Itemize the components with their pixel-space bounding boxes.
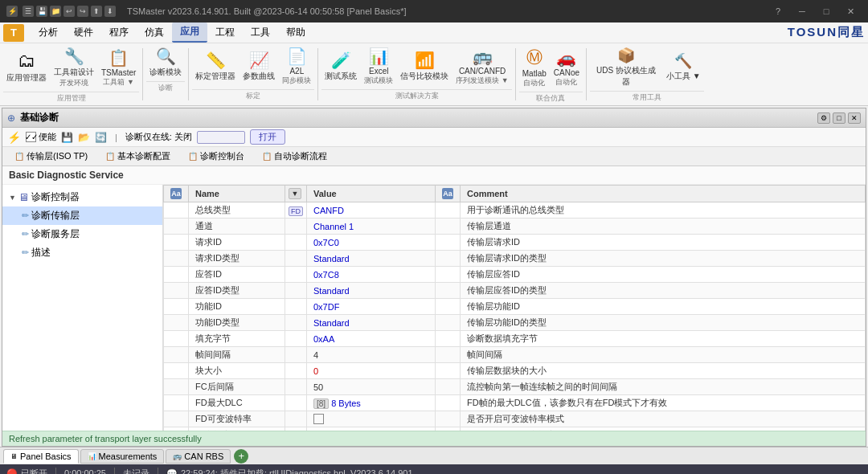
group-label-common: 常用工具	[590, 91, 704, 103]
row-value-cell: Channel 1	[307, 219, 436, 235]
ctrl-icon: 🖥	[18, 191, 29, 203]
menu-tools[interactable]: 工具	[243, 23, 278, 42]
row-value-cell: Standard	[307, 283, 436, 299]
toolbar-icon-7[interactable]: ⬇	[104, 6, 116, 17]
restore-button[interactable]: □	[815, 0, 837, 22]
enable-checkbox[interactable]: ✓ 便能	[26, 131, 56, 143]
btn-diag-module[interactable]: 🔍 诊断模块	[146, 45, 185, 80]
open-button[interactable]: 打开	[250, 129, 285, 145]
diag-restore-btn[interactable]: □	[833, 112, 845, 124]
row-icon-cell	[164, 331, 189, 347]
row-filter-cell	[285, 235, 307, 251]
row-comment-cell: 传输层应答ID的类型	[461, 283, 866, 299]
tab-console[interactable]: 📋 诊断控制台	[179, 147, 253, 165]
btn-tsmaster-toolbox[interactable]: 📋 TSMaster 工具箱 ▼	[98, 47, 139, 89]
diag-title-icon: ⊕	[7, 112, 15, 124]
menu-analyze[interactable]: 分析	[31, 23, 66, 42]
refresh-icon[interactable]: 🔄	[95, 132, 107, 143]
row-filter-cell	[285, 283, 307, 299]
tab-transport-layer[interactable]: 📋 传输层(ISO TP)	[6, 147, 96, 165]
btn-app-manager[interactable]: 🗂 应用管理器	[3, 50, 50, 84]
btn-can-canfd[interactable]: 🚌 CAN/CANFD 序列发送模块 ▼	[452, 45, 511, 88]
btn-canoe[interactable]: 🚗 CANoe 自动化	[551, 47, 583, 89]
tab-measurements[interactable]: 📊 Measurements	[80, 449, 165, 464]
pen-icon-2: ✏	[22, 229, 29, 239]
footer: 🔴 已断开 0:00:00:25 未记录 💬 22:59:24: 插件已加载: …	[0, 464, 868, 474]
toolbar-icon-2[interactable]: 💾	[36, 6, 47, 17]
tab-auto-flow[interactable]: 📋 自动诊断流程	[253, 147, 336, 165]
toolbar-icon-1[interactable]: ☰	[23, 6, 34, 17]
add-tab-button[interactable]: +	[234, 449, 248, 464]
row-name-cell: 功能ID类型	[189, 315, 285, 331]
menu-apply[interactable]: 应用	[172, 22, 207, 43]
row-comment-icon-cell	[436, 202, 461, 219]
menu-hardware[interactable]: 硬件	[66, 23, 101, 42]
btn-excel-test[interactable]: 📊 Excel 测试模块	[361, 45, 396, 88]
uds-icon: 📦	[617, 47, 635, 64]
toolbar-icon-3[interactable]: 📁	[50, 6, 61, 17]
row-comment-cell: 诊断数据填充字节	[461, 331, 866, 347]
btn-param-curve[interactable]: 📈 参数曲线	[240, 49, 278, 84]
tree-item-controller[interactable]: ▼ 🖥 诊断控制器	[2, 188, 162, 206]
menu-project[interactable]: 工程	[207, 23, 243, 42]
diag-close-btn[interactable]: ✕	[848, 112, 861, 124]
titlebar-left: ⚡ ☰ 💾 📁 ↩ ↪ ⬆ ⬇ TSMaster v2023.6.14.901.…	[6, 6, 407, 17]
minimize-button[interactable]: ─	[791, 0, 813, 22]
btn-uds-generator[interactable]: 📦 UDS 协议栈生成器	[590, 45, 662, 89]
tab-panel-basics[interactable]: 🖥 Panel Basics	[3, 449, 79, 464]
row-icon-cell	[164, 299, 189, 315]
row-comment-cell: 用于诊断通讯的总线类型	[461, 202, 866, 219]
toolbar-icon-6[interactable]: ⬆	[91, 6, 102, 17]
row-comment-icon-cell	[436, 283, 461, 299]
row-value-cell: 50	[307, 379, 436, 395]
row-filter-cell	[285, 219, 307, 235]
row-filter-cell	[285, 395, 307, 411]
btn-matlab[interactable]: Ⓜ Matlab 自动化	[519, 45, 550, 90]
menu-simulate[interactable]: 仿真	[137, 23, 172, 42]
row-name-cell: FD可变波特率	[189, 411, 285, 427]
tree-item-description[interactable]: ✏ 描述	[2, 243, 162, 262]
statusbar: Refresh parameter of transport layer suc…	[2, 431, 866, 446]
filter-icon[interactable]: ▼	[289, 188, 301, 199]
group-label-app: 应用管理	[3, 92, 139, 104]
toolbar-icon-5[interactable]: ↪	[77, 6, 88, 17]
save-icon[interactable]: 💾	[61, 132, 73, 143]
table-row: FD可变波特率是否开启可变波特率模式	[164, 411, 866, 427]
diag-settings-btn[interactable]: ⚙	[817, 112, 830, 124]
toolbar-icon-4[interactable]: ↩	[63, 6, 75, 17]
tab-basic-config[interactable]: 📋 基本诊断配置	[96, 147, 179, 165]
tab-label-2: 基本诊断配置	[117, 150, 170, 162]
row-comment-icon-cell	[436, 363, 461, 379]
th-filter[interactable]: ▼	[285, 186, 307, 202]
cb-enable[interactable]: ✓	[26, 132, 36, 142]
status-icon: 🔴	[6, 468, 18, 475]
help-button[interactable]: ?	[767, 0, 789, 22]
footer-time: 0:00:00:25	[64, 468, 106, 474]
tree-item-transport[interactable]: ✏ 诊断传输层	[2, 206, 162, 225]
group-app-management: 🗂 应用管理器 🔧 工具箱设计 开发环境 📋 TSMaster 工具箱 ▼ 应用…	[3, 45, 139, 104]
menu-program[interactable]: 程序	[101, 23, 137, 42]
sep1	[142, 48, 143, 100]
menu-help[interactable]: 帮助	[278, 23, 313, 42]
row-filter-cell	[285, 411, 307, 427]
btn-signal-compare[interactable]: 📶 信号比较模块	[397, 49, 452, 84]
btn-test-system[interactable]: 🧪 测试系统	[321, 49, 360, 84]
btn-small-tools[interactable]: 🔨 小工具 ▼	[663, 51, 704, 84]
lightning-icon[interactable]: ⚡	[7, 131, 21, 144]
th-value: Value	[307, 186, 436, 202]
btn-calib-manager[interactable]: 📏 标定管理器	[192, 49, 239, 84]
tab-can-rbs[interactable]: 🚌 CAN RBS	[166, 449, 231, 464]
load-icon[interactable]: 📂	[78, 132, 90, 143]
btn-toolbox-design[interactable]: 🔧 工具箱设计 开发环境	[51, 45, 97, 90]
row-icon-cell	[164, 379, 189, 395]
table-row: 应答ID类型Standard传输层应答ID的类型	[164, 283, 866, 299]
tree-item-service[interactable]: ✏ 诊断服务层	[2, 225, 162, 243]
service-title: Basic Diagnostic Service	[2, 166, 866, 185]
row-filter-cell	[285, 267, 307, 283]
message-icon: 💬	[166, 468, 178, 475]
btn-a2l-sync[interactable]: 📄 A2L 同步模块	[279, 45, 314, 88]
diag-toolbar: ⚡ ✓ 便能 💾 📂 🔄 | 诊断仅在线: 关闭 打开	[2, 128, 866, 147]
th-name: Name	[189, 186, 285, 202]
row-comment-cell: 流控帧向第一帧连续帧之间的时间间隔	[461, 379, 866, 395]
close-button[interactable]: ✕	[839, 0, 862, 22]
